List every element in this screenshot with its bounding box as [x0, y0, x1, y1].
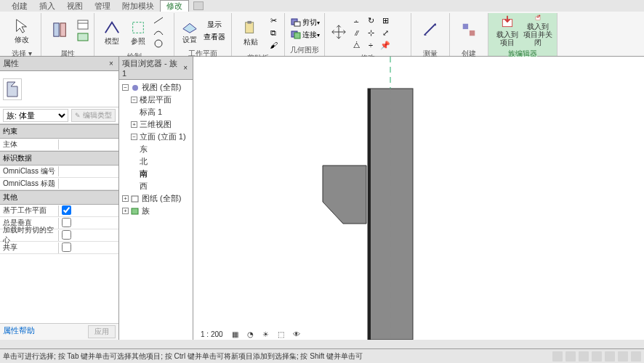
edit-type-button[interactable]: ✎ 编辑类型	[71, 109, 116, 122]
tree-west[interactable]: 西	[121, 180, 191, 192]
family-category-button[interactable]	[76, 31, 89, 43]
chk-void-cut[interactable]	[62, 230, 71, 240]
load-to-project-close[interactable]: 载入到 项目并关闭	[523, 15, 552, 46]
menu-manage[interactable]: 管理	[89, 1, 116, 12]
model-button[interactable]: 模型	[100, 16, 124, 48]
tree-floorplans[interactable]: −楼层平面	[121, 94, 191, 106]
tree-north[interactable]: 北	[121, 155, 191, 168]
project-browser-panel: 项目浏览器 - 族1 × −视图 (全部) −楼层平面 标高 1 +三维视图 −…	[119, 57, 193, 340]
group-modify-tools: ⫠ ⫽ ⧊ ↻ ⊹ ÷ ⊞ ⤢ 📌 修改	[325, 13, 411, 56]
close-properties-icon[interactable]: ×	[107, 60, 116, 68]
svg-rect-13	[294, 33, 300, 38]
menu-view[interactable]: 视图	[61, 1, 89, 12]
arc-tool[interactable]	[152, 26, 165, 38]
drag-icon[interactable]	[605, 351, 615, 362]
sunpath-icon[interactable]: ☀	[262, 330, 269, 338]
circle-tool[interactable]	[152, 38, 165, 49]
family-types-button[interactable]	[76, 19, 89, 30]
view-control-bar[interactable]: 1 : 200 ▦ ◔ ☀ ⬚ 👁	[201, 330, 300, 338]
apply-button[interactable]: 应用	[88, 325, 116, 338]
chk-workplane[interactable]	[62, 205, 71, 215]
ref-button[interactable]: 参照	[126, 16, 150, 48]
load-to-project[interactable]: 载入到 项目	[493, 15, 522, 46]
cut-clipboard[interactable]: ✂	[267, 15, 280, 26]
modify-button[interactable]: 修改	[7, 15, 36, 46]
tree-sheets[interactable]: +图纸 (全部)	[121, 192, 191, 205]
group-select: 修改 选择 ▾	[3, 13, 41, 56]
hide-isolate-icon[interactable]: 👁	[293, 330, 300, 338]
scale-tool[interactable]: ⤢	[379, 27, 392, 38]
copy-clipboard[interactable]: ⧉	[267, 27, 280, 38]
detail-level-icon[interactable]: ▦	[232, 330, 238, 338]
tree-east[interactable]: 东	[121, 143, 191, 155]
svg-rect-0	[54, 23, 59, 36]
svg-line-6	[154, 17, 163, 23]
group-measure: 测量	[411, 13, 450, 56]
group-geometry-label: 几何图形	[290, 44, 319, 56]
rotate-tool[interactable]: ↻	[364, 15, 377, 26]
cat-identity[interactable]: 标识数据	[0, 151, 118, 166]
zero-icon[interactable]	[631, 351, 641, 362]
cat-other[interactable]: 其他	[0, 190, 118, 205]
svg-rect-1	[60, 23, 65, 36]
paste-button[interactable]: 粘贴	[236, 17, 265, 49]
selection-icon[interactable]	[565, 351, 576, 362]
array-tool[interactable]: ⊞	[379, 15, 392, 26]
cat-constraints[interactable]: 约束	[0, 124, 118, 139]
properties-button[interactable]	[46, 15, 75, 46]
cut-geom[interactable]	[289, 17, 302, 28]
offset-tool[interactable]: ⫽	[350, 27, 363, 38]
chk-vertical[interactable]	[62, 218, 71, 227]
chk-shared[interactable]	[62, 242, 71, 252]
tree-level1[interactable]: 标高 1	[121, 106, 191, 118]
menu-create[interactable]: 创建	[6, 1, 33, 12]
status-bar: 单击可进行选择; 按 Tab 键并单击可选择其他项目; 按 Ctrl 键并单击可…	[0, 348, 644, 363]
svg-rect-8	[246, 22, 254, 33]
group-draw: 模型 参照 绘制	[94, 13, 174, 56]
tree-views[interactable]: −视图 (全部)	[121, 81, 191, 94]
family-type-select[interactable]: 族: 体量	[3, 109, 68, 122]
pin-tool[interactable]: 📌	[379, 39, 392, 51]
menu-modify-tab[interactable]: 修改	[160, 0, 189, 12]
filter-icon[interactable]	[552, 351, 563, 362]
svg-rect-5	[132, 22, 143, 33]
extension-icon[interactable]	[193, 1, 204, 10]
status-right-icons	[552, 351, 641, 362]
drawing-canvas[interactable]: ◂ 1 : 200 ▦ ◔ ☀ ⬚ 👁	[193, 57, 644, 340]
tree-south[interactable]: 南	[121, 168, 191, 180]
visual-style-icon[interactable]: ◔	[247, 330, 254, 338]
crop-icon[interactable]: ⬚	[278, 330, 284, 338]
trim-tool[interactable]: ⊹	[364, 27, 377, 38]
measure-button[interactable]	[416, 15, 445, 46]
line-tool[interactable]	[152, 15, 165, 26]
show-workplane[interactable]: 显示	[202, 19, 227, 30]
omni-number-input[interactable]	[60, 166, 118, 176]
prop-host-input[interactable]	[60, 139, 118, 150]
menu-insert[interactable]: 插入	[33, 1, 61, 12]
menu-addins[interactable]: 附加模块	[116, 1, 160, 12]
face-icon[interactable]	[618, 351, 628, 362]
set-workplane[interactable]: 设置	[179, 15, 201, 46]
tree-3dviews[interactable]: +三维视图	[121, 118, 191, 131]
properties-header: 属性 ×	[0, 57, 118, 71]
mirror-tool[interactable]: ⧊	[350, 39, 363, 51]
svg-point-19	[132, 85, 138, 91]
align-tool[interactable]: ⫠	[350, 15, 363, 26]
pin-status-icon[interactable]	[592, 351, 602, 362]
omni-title-input[interactable]	[60, 179, 118, 189]
tree-families[interactable]: +族	[121, 205, 191, 217]
join-geom[interactable]	[289, 29, 302, 41]
create-group-button[interactable]	[454, 15, 483, 46]
tree-elevations[interactable]: −立面 (立面 1)	[121, 131, 191, 143]
move-tool[interactable]	[329, 17, 348, 49]
viewer-workplane[interactable]: 查看器	[202, 31, 227, 43]
svg-point-7	[155, 40, 162, 47]
properties-help-link[interactable]: 属性帮助	[3, 325, 35, 338]
view-scale[interactable]: 1 : 200	[201, 330, 223, 338]
match-type[interactable]: 🖌	[267, 39, 280, 51]
close-browser-icon[interactable]: ×	[181, 64, 190, 73]
split-tool[interactable]: ÷	[364, 39, 377, 51]
type-thumb	[3, 78, 22, 100]
group-clipboard: 粘贴 ✂ ⧉ 🖌 剪贴板	[232, 13, 285, 56]
link-icon[interactable]	[579, 351, 589, 362]
